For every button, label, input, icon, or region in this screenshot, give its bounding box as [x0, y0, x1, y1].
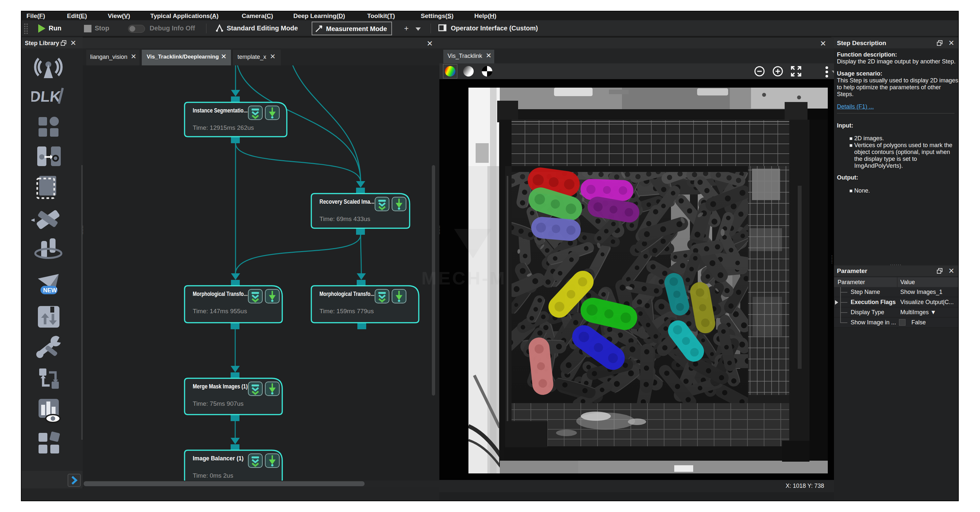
svg-text:Recovery Scaled Ima...: Recovery Scaled Ima...: [320, 198, 374, 205]
svg-text:Time: 69ms 433us: Time: 69ms 433us: [320, 215, 371, 222]
svg-text:Morphological Transfo...: Morphological Transfo...: [193, 291, 248, 297]
svg-text:NEW: NEW: [43, 287, 57, 293]
svg-text:Time: 147ms 955us: Time: 147ms 955us: [193, 308, 247, 314]
svg-text:Time: 0ms 2us: Time: 0ms 2us: [193, 472, 233, 479]
svg-text:Morphological Transfo...: Morphological Transfo...: [320, 291, 374, 297]
svg-text:Time: 159ms 779us: Time: 159ms 779us: [320, 308, 374, 314]
svg-text:Time: 75ms 907us: Time: 75ms 907us: [193, 400, 244, 407]
svg-text:Merge Mask Images (1): Merge Mask Images (1): [193, 383, 248, 390]
svg-text:MECH-M: MECH-M: [422, 268, 506, 288]
svg-text:Instance Segmentatio...: Instance Segmentatio...: [193, 107, 248, 114]
svg-text:DLK: DLK: [31, 88, 62, 105]
svg-text:Image Balancer (1): Image Balancer (1): [193, 455, 244, 462]
svg-text:Time: 12915ms 262us: Time: 12915ms 262us: [193, 124, 254, 131]
